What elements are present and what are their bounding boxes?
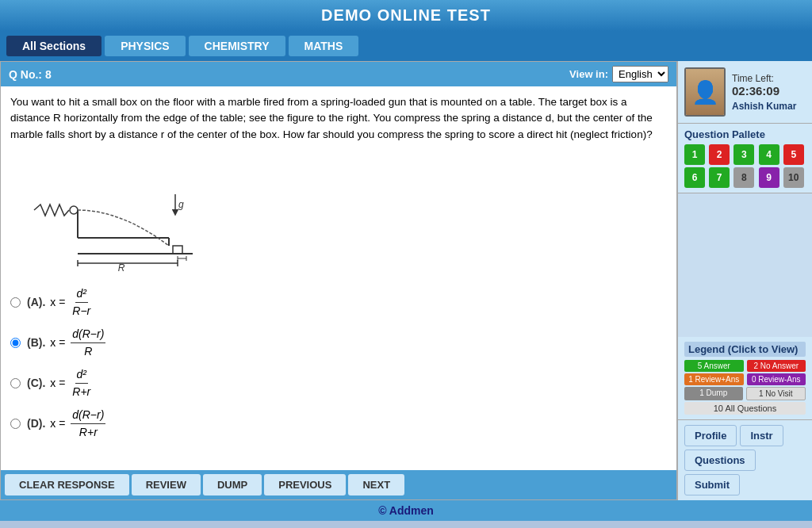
view-in-container: View in: English Hindi <box>569 66 668 82</box>
tab-maths[interactable]: MATHS <box>289 36 359 56</box>
footer: © Addmen <box>0 500 812 521</box>
dump-button[interactable]: DUMP <box>203 474 262 495</box>
palette-btn-5[interactable]: 5 <box>783 144 804 165</box>
question-body: You want to hit a small box on the floor… <box>1 86 676 470</box>
time-label: Time Left: <box>732 73 774 84</box>
option-b-radio[interactable] <box>10 338 21 348</box>
action-buttons: Profile Instr Questions Submit <box>678 420 812 500</box>
legend-all: 10 All Questions <box>684 402 806 415</box>
question-header: Q No.: 8 View in: English Hindi <box>1 62 676 86</box>
sidebar: 👤 Time Left: 02:36:09 Ashish Kumar Quest… <box>677 61 812 500</box>
question-panel: Q No.: 8 View in: English Hindi You want… <box>0 61 677 500</box>
user-name: Ashish Kumar <box>732 101 806 112</box>
language-select[interactable]: English Hindi <box>612 66 668 82</box>
legend-dump: 1 Dump <box>684 387 743 400</box>
legend-review-ans: 1 Review+Ans <box>684 373 744 385</box>
profile-button[interactable]: Profile <box>684 425 737 446</box>
legend-no-answer: 2 No Answer <box>747 360 806 372</box>
palette-grid: 1 2 3 4 5 6 7 8 9 10 <box>684 144 806 188</box>
next-button[interactable]: NEXT <box>348 474 404 495</box>
page-header: DEMO ONLINE TEST <box>0 0 812 31</box>
tab-chemistry[interactable]: CHEMISTRY <box>189 36 285 56</box>
legend-row-3: 1 Dump 1 No Visit <box>684 387 806 400</box>
nav-tabs: All Sections PHYSICS CHEMISTRY MATHS <box>0 31 812 61</box>
option-b: (B). x = d(R−r)R <box>10 326 667 360</box>
clear-response-button[interactable]: CLEAR RESPONSE <box>5 474 129 495</box>
legend-answer: 5 Answer <box>684 360 744 372</box>
palette-btn-3[interactable]: 3 <box>733 144 754 165</box>
palette-section: Question Pallete 1 2 3 4 5 6 7 8 9 10 <box>678 124 812 193</box>
legend-review-no-ans: 0 Review-Ans <box>747 373 806 385</box>
option-c-radio[interactable] <box>10 378 21 388</box>
diagram: g R <box>26 151 201 277</box>
avatar-image: 👤 <box>686 69 724 115</box>
option-d-radio[interactable] <box>10 419 21 429</box>
svg-point-0 <box>70 206 78 214</box>
footer-text: © Addmen <box>378 504 434 517</box>
palette-btn-9[interactable]: 9 <box>759 167 779 188</box>
palette-btn-6[interactable]: 6 <box>684 167 705 188</box>
review-button[interactable]: REVIEW <box>132 474 201 495</box>
physics-diagram: g R <box>26 151 201 277</box>
option-a-radio[interactable] <box>10 297 21 308</box>
bottom-bar: CLEAR RESPONSE REVIEW DUMP PREVIOUS NEXT <box>1 470 676 499</box>
user-details: Time Left: 02:36:09 Ashish Kumar <box>732 73 806 112</box>
time-value: 02:36:09 <box>732 84 779 98</box>
svg-text:g: g <box>178 199 184 210</box>
palette-btn-7[interactable]: 7 <box>709 167 730 188</box>
option-c: (C). x = d²R+r <box>10 366 667 400</box>
option-d: (D). x = d(R−r)R+r <box>10 407 667 441</box>
palette-btn-8[interactable]: 8 <box>733 167 754 188</box>
option-a: (A). x = d²R−r <box>10 285 667 319</box>
options-list: (A). x = d²R−r (B). x = d(R−r)R (C). <box>10 285 667 441</box>
palette-btn-2[interactable]: 2 <box>709 144 730 165</box>
tab-all-sections[interactable]: All Sections <box>6 36 102 56</box>
question-text: You want to hit a small box on the floor… <box>10 94 667 143</box>
legend-section: Legend (Click to View) 5 Answer 2 No Ans… <box>678 337 812 420</box>
questions-button[interactable]: Questions <box>684 450 756 471</box>
legend-title[interactable]: Legend (Click to View) <box>684 342 806 357</box>
question-number: Q No.: 8 <box>9 68 52 81</box>
palette-btn-10[interactable]: 10 <box>783 167 804 188</box>
svg-text:R: R <box>118 262 125 274</box>
palette-spacer <box>678 193 812 337</box>
time-row: Time Left: 02:36:09 <box>732 73 806 98</box>
previous-button[interactable]: PREVIOUS <box>264 474 346 495</box>
legend-no-visit: 1 No Visit <box>746 387 806 400</box>
main-area: Q No.: 8 View in: English Hindi You want… <box>0 61 812 500</box>
submit-button[interactable]: Submit <box>684 474 740 495</box>
palette-title: Question Pallete <box>684 128 806 140</box>
palette-btn-1[interactable]: 1 <box>684 144 705 165</box>
legend-row-1: 5 Answer 2 No Answer <box>684 360 806 372</box>
page-title: DEMO ONLINE TEST <box>321 6 491 24</box>
legend-row-2: 1 Review+Ans 0 Review-Ans <box>684 373 806 385</box>
view-in-label: View in: <box>569 68 608 80</box>
palette-btn-4[interactable]: 4 <box>759 144 779 165</box>
svg-rect-4 <box>173 246 182 254</box>
instr-button[interactable]: Instr <box>740 425 783 446</box>
user-info: 👤 Time Left: 02:36:09 Ashish Kumar <box>678 61 812 124</box>
avatar: 👤 <box>684 67 726 117</box>
tab-physics[interactable]: PHYSICS <box>105 36 185 56</box>
